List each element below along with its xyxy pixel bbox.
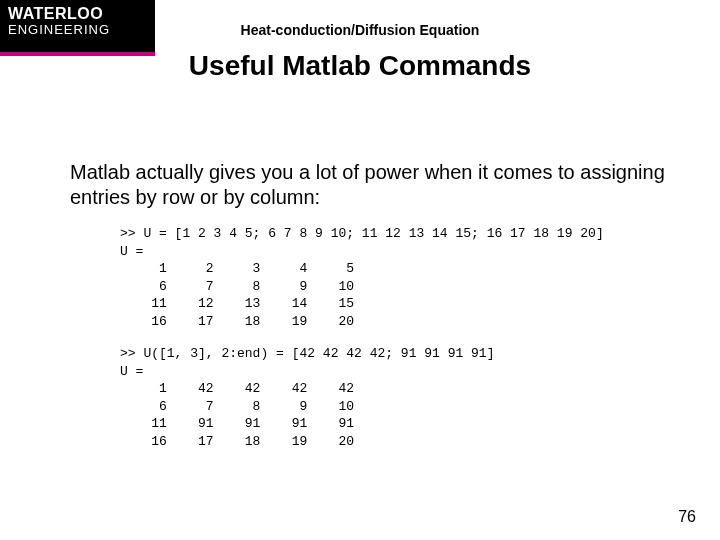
code-block-1: >> U = [1 2 3 4 5; 6 7 8 9 10; 11 12 13 … — [120, 225, 604, 330]
body-paragraph: Matlab actually gives you a lot of power… — [70, 160, 670, 210]
logo-line-1: WATERLOO — [8, 6, 147, 23]
page-title: Useful Matlab Commands — [0, 50, 720, 82]
slide-number: 76 — [678, 508, 696, 526]
code-block-2: >> U([1, 3], 2:end) = [42 42 42 42; 91 9… — [120, 345, 494, 450]
header-topic: Heat-conduction/Diffusion Equation — [0, 22, 720, 38]
